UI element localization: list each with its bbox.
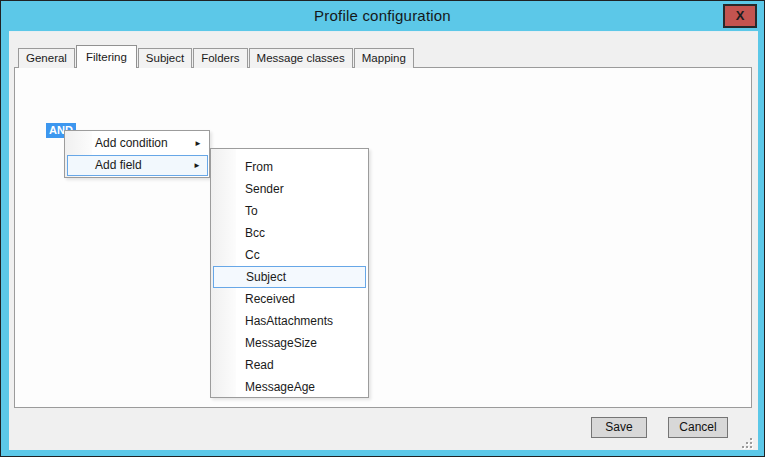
tab-strip: General Filtering Subject Folders Messag…	[18, 45, 415, 68]
tab-mapping[interactable]: Mapping	[354, 48, 414, 68]
tab-general[interactable]: General	[18, 48, 75, 68]
submenu-item-from[interactable]: From	[211, 156, 368, 178]
submenu-item-messagesize[interactable]: MessageSize	[211, 332, 368, 354]
menu-item-label: Add condition	[95, 133, 168, 154]
submenu-item-to[interactable]: To	[211, 200, 368, 222]
resize-grip[interactable]	[741, 437, 754, 449]
field-submenu: From Sender To Bcc Cc Subject Received H…	[210, 148, 369, 398]
title-bar[interactable]: Profile configuration X	[1, 1, 764, 31]
tab-message-classes[interactable]: Message classes	[249, 48, 353, 68]
tab-filtering[interactable]: Filtering	[76, 45, 137, 68]
save-button[interactable]: Save	[591, 417, 647, 438]
submenu-item-cc[interactable]: Cc	[211, 244, 368, 266]
submenu-item-subject[interactable]: Subject	[213, 266, 366, 288]
menu-item-add-field[interactable]: Add field ►	[67, 155, 208, 176]
cancel-button[interactable]: Cancel	[668, 417, 728, 438]
profile-configuration-window: Profile configuration X General Filterin…	[0, 0, 765, 457]
filtering-tab-page	[14, 67, 752, 408]
menu-item-label: Add field	[95, 156, 142, 175]
tab-subject[interactable]: Subject	[138, 48, 192, 68]
submenu-item-messageage[interactable]: MessageAge	[211, 376, 368, 398]
submenu-item-received[interactable]: Received	[211, 288, 368, 310]
context-menu: Add condition ► Add field ►	[64, 130, 210, 178]
submenu-item-bcc[interactable]: Bcc	[211, 222, 368, 244]
submenu-item-sender[interactable]: Sender	[211, 178, 368, 200]
submenu-arrow-icon: ►	[193, 156, 201, 175]
window-title: Profile configuration	[1, 1, 764, 31]
close-button[interactable]: X	[723, 4, 757, 28]
submenu-item-read[interactable]: Read	[211, 354, 368, 376]
tab-folders[interactable]: Folders	[193, 48, 247, 68]
menu-item-add-condition[interactable]: Add condition ►	[67, 133, 208, 154]
submenu-arrow-icon: ►	[194, 133, 202, 154]
submenu-item-hasattachments[interactable]: HasAttachments	[211, 310, 368, 332]
